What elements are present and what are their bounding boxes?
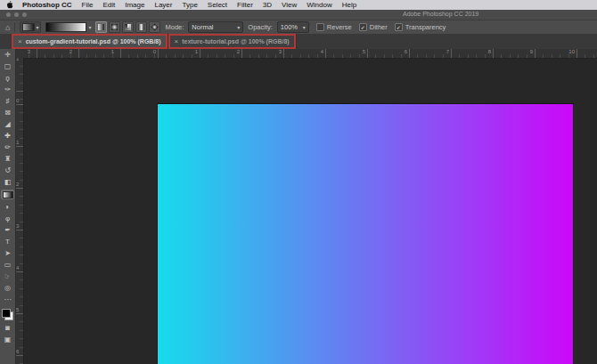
marquee-tool[interactable]: ▢ <box>2 62 13 70</box>
chevron-down-icon: ▾ <box>88 25 91 30</box>
gradient-editor-button[interactable]: ▾ <box>45 22 91 32</box>
eyedropper-tool[interactable]: ◢ <box>2 120 13 128</box>
history-brush-tool[interactable]: ↺ <box>2 166 13 174</box>
reflected-gradient-icon <box>138 24 144 30</box>
menu-item-layer[interactable]: Layer <box>154 1 172 9</box>
horizontal-ruler[interactable]: 321012345678910 <box>15 49 597 59</box>
ruler-label-h: 8 <box>482 49 491 54</box>
close-tab-icon[interactable]: × <box>18 37 22 45</box>
radial-gradient-button[interactable] <box>109 21 120 33</box>
ruler-label-h: 2 <box>231 49 240 54</box>
ruler-label-v: 4 <box>16 265 19 271</box>
lasso-tool[interactable]: ϙ <box>2 74 13 82</box>
dither-label: Dither <box>370 23 388 31</box>
healing-brush-tool[interactable]: ✚ <box>2 132 13 140</box>
eraser-tool[interactable]: ◧ <box>2 178 13 186</box>
menu-item-help[interactable]: Help <box>342 1 356 9</box>
quick-selection-tool[interactable]: ✑ <box>2 85 13 93</box>
transparency-label: Transparency <box>405 23 446 31</box>
frame-tool[interactable]: ⊠ <box>2 109 13 117</box>
opacity-label: Opacity: <box>248 23 273 31</box>
gradient-tool[interactable] <box>1 190 14 199</box>
menu-item-view[interactable]: View <box>282 1 297 9</box>
ruler-label-v: 5 <box>16 307 19 312</box>
reverse-label: Reverse <box>327 23 352 31</box>
ruler-label-h: 6 <box>398 49 407 54</box>
menu-item-3d[interactable]: 3D <box>263 1 272 9</box>
clone-stamp-tool[interactable]: ♜ <box>2 155 13 163</box>
apple-icon[interactable] <box>6 1 13 9</box>
blur-tool[interactable]: ◗ <box>2 203 13 211</box>
tool-preset-picker[interactable]: ▾ <box>20 21 41 33</box>
linear-gradient-icon <box>98 24 104 30</box>
menu-item-select[interactable]: Select <box>208 1 227 9</box>
ruler-label-v: 2 <box>16 182 19 187</box>
zoom-tool[interactable]: ◎ <box>2 284 13 292</box>
macos-menu-bar: Photoshop CC FileEditImageLayerTypeSelec… <box>0 0 597 10</box>
ruler-label-h: 10 <box>566 49 575 54</box>
angle-gradient-icon <box>125 24 131 30</box>
gradient-tool-swatch <box>3 191 13 198</box>
vertical-ruler[interactable]: 10123456 <box>15 58 24 364</box>
active-app-name[interactable]: Photoshop CC <box>22 1 72 9</box>
window-title: Adobe Photoshop CC 2019 <box>403 11 478 17</box>
crop-tool[interactable]: ♯ <box>2 97 13 105</box>
canvas-gradient-image[interactable] <box>158 104 573 364</box>
document-tab-1[interactable]: ×custom-gradient-tutorial.psd @ 100% (RG… <box>12 34 168 49</box>
move-tool[interactable]: ✛ <box>2 51 13 59</box>
opacity-select[interactable]: 100% ▾ <box>277 21 309 33</box>
photoshop-window: Photoshop CC FileEditImageLayerTypeSelec… <box>0 0 597 364</box>
chevron-down-icon: ▾ <box>237 25 240 30</box>
home-icon[interactable]: ⌂ <box>5 23 10 32</box>
reverse-checkbox[interactable] <box>316 23 324 31</box>
menu-item-window[interactable]: Window <box>307 1 331 9</box>
ruler-label-h: 9 <box>524 49 533 54</box>
menu-items: FileEditImageLayerTypeSelectFilter3DView… <box>82 1 367 9</box>
ruler-label-v: 6 <box>16 349 19 354</box>
diamond-gradient-icon <box>151 24 159 31</box>
ruler-label-h: 3 <box>273 49 282 54</box>
close-window-button[interactable] <box>6 12 11 17</box>
close-tab-icon[interactable]: × <box>175 37 179 45</box>
ruler-origin-corner[interactable] <box>15 49 23 58</box>
path-selection-tool[interactable]: ➤ <box>2 249 13 257</box>
edit-toolbar[interactable]: ⋯ <box>2 295 13 303</box>
ruler-label-h: 1 <box>105 49 114 54</box>
rectangle-tool[interactable]: ▭ <box>2 261 13 269</box>
document-tab-bar: ×custom-gradient-tutorial.psd @ 100% (RG… <box>0 34 597 50</box>
ruler-label-h: 1 <box>189 49 198 54</box>
menu-item-filter[interactable]: Filter <box>237 1 253 9</box>
pen-tool[interactable]: ✒ <box>2 226 13 234</box>
color-swatches <box>2 309 13 320</box>
menu-item-image[interactable]: Image <box>125 1 144 9</box>
document-tab-2[interactable]: ×texture-tutorial.psd @ 100% (RGB/8) <box>168 34 297 49</box>
quick-mask-button[interactable]: ◙ <box>2 324 13 332</box>
ruler-label-v: 1 <box>16 140 19 145</box>
menu-item-type[interactable]: Type <box>182 1 197 9</box>
blend-mode-select[interactable]: Normal ▾ <box>188 21 243 33</box>
reflected-gradient-button[interactable] <box>135 21 147 33</box>
minimize-window-button[interactable] <box>14 12 19 17</box>
tab-label: custom-gradient-tutorial.psd @ 100% (RGB… <box>26 38 161 44</box>
traffic-lights <box>6 12 27 17</box>
transparency-checkbox[interactable] <box>395 23 403 31</box>
opacity-value: 100% <box>281 23 298 31</box>
chevron-down-icon: ▾ <box>303 25 306 30</box>
hand-tool[interactable]: ☞ <box>2 272 13 280</box>
foreground-color-swatch[interactable] <box>2 309 11 318</box>
linear-gradient-button[interactable] <box>95 21 107 33</box>
dodge-tool[interactable]: φ <box>2 214 13 222</box>
reverse-option: Reverse <box>316 23 352 31</box>
window-title-bar: Adobe Photoshop CC 2019 <box>0 10 597 20</box>
type-tool[interactable]: T <box>2 238 13 246</box>
zoom-window-button[interactable] <box>22 12 27 17</box>
ruler-label-h: 5 <box>356 49 365 54</box>
screen-mode-button[interactable]: ▣ <box>2 336 13 344</box>
brush-tool[interactable]: ✏ <box>2 143 13 151</box>
ruler-label-v: 0 <box>16 98 19 103</box>
angle-gradient-button[interactable] <box>122 21 134 33</box>
menu-item-file[interactable]: File <box>82 1 94 9</box>
diamond-gradient-button[interactable] <box>149 21 160 33</box>
menu-item-edit[interactable]: Edit <box>102 1 115 9</box>
dither-checkbox[interactable] <box>359 23 367 31</box>
